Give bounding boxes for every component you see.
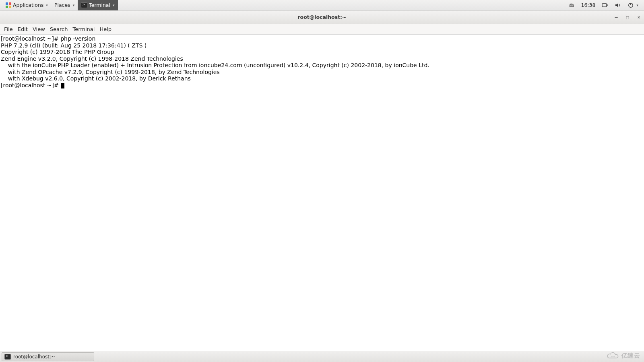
close-button[interactable]: × bbox=[636, 14, 642, 20]
menu-file[interactable]: File bbox=[4, 26, 13, 32]
terminal-line: PHP 7.2.9 (cli) (built: Aug 25 2018 17:3… bbox=[1, 42, 147, 49]
terminal-line: [root@localhost ~]# bbox=[1, 82, 64, 88]
terminal-line: with Zend OPcache v7.2.9, Copyright (c) … bbox=[1, 69, 220, 75]
chevron-down-icon: ▾ bbox=[113, 3, 115, 7]
taskbar-item-label: root@localhost:~ bbox=[13, 354, 55, 360]
menu-view[interactable]: View bbox=[33, 26, 45, 32]
places-label: Places bbox=[54, 2, 70, 8]
clock-text: 16:38 bbox=[581, 2, 595, 8]
watermark-text: 亿速云 bbox=[621, 352, 640, 360]
menu-help[interactable]: Help bbox=[99, 26, 111, 32]
terminal-icon bbox=[4, 354, 11, 360]
places-menu[interactable]: Places ▾ bbox=[51, 0, 78, 10]
menu-edit[interactable]: Edit bbox=[18, 26, 28, 32]
terminal-line: with Xdebug v2.6.0, Copyright (c) 2002-2… bbox=[1, 75, 191, 82]
terminal-cursor bbox=[61, 83, 64, 88]
clock[interactable]: 16:38 bbox=[578, 0, 599, 10]
terminal-icon bbox=[81, 2, 87, 8]
desktop-top-panel: Applications ▾ Places ▾ Terminal ▾ 🖮 16:… bbox=[0, 0, 644, 10]
menu-terminal[interactable]: Terminal bbox=[72, 26, 95, 32]
minimize-button[interactable]: — bbox=[613, 14, 619, 20]
chevron-down-icon: ▾ bbox=[73, 3, 75, 7]
taskbar-item-terminal[interactable]: root@localhost:~ bbox=[2, 352, 94, 361]
cloud-icon bbox=[606, 352, 620, 360]
volume-icon bbox=[615, 2, 621, 8]
keyboard-icon: 🖮 bbox=[569, 2, 574, 8]
application-menubar: File Edit View Search Terminal Help bbox=[0, 24, 644, 35]
terminal-viewport[interactable]: [root@localhost ~]# php -version PHP 7.2… bbox=[0, 35, 644, 316]
window-title: root@localhost:~ bbox=[0, 14, 644, 20]
applications-menu[interactable]: Applications ▾ bbox=[2, 0, 51, 10]
battery-icon bbox=[602, 2, 608, 8]
battery-indicator[interactable] bbox=[599, 0, 611, 10]
terminal-window-menu[interactable]: Terminal ▾ bbox=[78, 0, 118, 10]
terminal-line: with the ionCube PHP Loader (enabled) + … bbox=[1, 62, 429, 68]
input-method-indicator[interactable]: 🖮 bbox=[566, 0, 578, 10]
watermark: 亿速云 bbox=[606, 352, 640, 360]
power-icon bbox=[627, 2, 634, 8]
svg-rect-0 bbox=[602, 4, 607, 7]
menu-search[interactable]: Search bbox=[50, 26, 68, 32]
svg-point-5 bbox=[613, 356, 615, 357]
volume-indicator[interactable] bbox=[611, 0, 624, 10]
applications-label: Applications bbox=[13, 2, 43, 8]
maximize-button[interactable]: □ bbox=[625, 14, 630, 20]
terminal-line: Copyright (c) 1997-2018 The PHP Group bbox=[1, 49, 114, 55]
terminal-line: [root@localhost ~]# php -version bbox=[1, 35, 95, 42]
terminal-label: Terminal bbox=[89, 2, 110, 8]
terminal-line: Zend Engine v3.2.0, Copyright (c) 1998-2… bbox=[1, 56, 183, 62]
power-indicator[interactable]: ▾ bbox=[624, 0, 642, 10]
desktop-taskbar: root@localhost:~ 亿速云 bbox=[0, 351, 644, 362]
svg-point-4 bbox=[611, 356, 613, 357]
window-titlebar[interactable]: root@localhost:~ — □ × bbox=[0, 10, 644, 24]
distro-logo-icon bbox=[6, 2, 11, 8]
chevron-down-icon: ▾ bbox=[46, 3, 48, 7]
svg-rect-1 bbox=[607, 4, 608, 6]
chevron-down-icon: ▾ bbox=[636, 3, 638, 7]
